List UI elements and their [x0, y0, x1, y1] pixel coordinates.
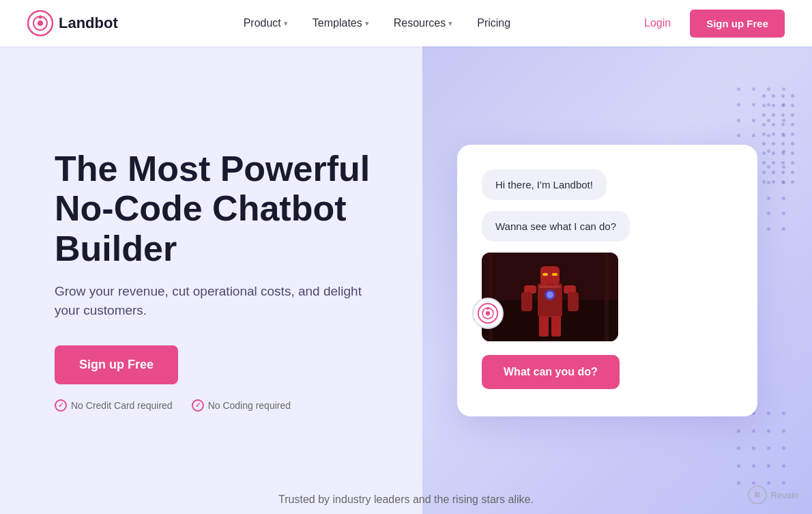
chat-bubble-2: Wanna see what I can do? [482, 211, 630, 242]
nav-product[interactable]: Product ▾ [233, 12, 299, 35]
svg-point-2 [38, 20, 43, 26]
nav-links: Product ▾ Templates ▾ Resources ▾ Pricin… [233, 12, 521, 35]
nav-signup-button[interactable]: Sign up Free [690, 10, 785, 38]
chevron-down-icon: ▾ [284, 19, 288, 28]
chat-card: Hi there, I'm Landbot! Wanna see what I … [457, 145, 757, 416]
nav-templates[interactable]: Templates ▾ [302, 12, 380, 35]
badge-no-coding: ✓ No Coding required [192, 399, 291, 412]
revain-text: Revain [771, 490, 798, 500]
logo-icon [27, 10, 53, 36]
chat-message-2: Wanna see what I can do? [482, 211, 733, 242]
svg-rect-12 [542, 273, 548, 276]
hero-subtitle: Grow your revenue, cut operational costs… [55, 282, 368, 321]
nav-resources[interactable]: Resources ▾ [383, 12, 463, 35]
revain-icon: R [748, 485, 767, 504]
hero-content: The Most Powerful No-Code Chatbot Builde… [0, 149, 409, 412]
svg-rect-16 [521, 292, 532, 311]
svg-rect-18 [568, 292, 579, 311]
dot-pattern-right-top: // dots rendered via inline loop below [762, 94, 794, 184]
badge-no-credit-card: ✓ No Credit Card required [55, 399, 173, 412]
chat-avatar [472, 298, 504, 329]
svg-point-24 [486, 311, 490, 315]
navbar: Landbot Product ▾ Templates ▾ Resources … [0, 0, 812, 46]
chat-avatar-wrapper: What can you do? [482, 352, 733, 389]
chat-bubble-1: Hi there, I'm Landbot! [482, 169, 607, 200]
svg-rect-11 [540, 266, 560, 285]
svg-rect-7 [605, 253, 609, 341]
dot-pattern-bottom [737, 412, 792, 494]
chat-image-container [482, 253, 733, 341]
nav-pricing[interactable]: Pricing [466, 12, 521, 35]
svg-point-3 [39, 16, 42, 19]
svg-rect-21 [539, 285, 561, 288]
svg-point-25 [487, 306, 489, 309]
logo-text: Landbot [59, 14, 118, 32]
svg-text:R: R [755, 491, 760, 499]
svg-rect-19 [539, 316, 549, 337]
chat-message-1: Hi there, I'm Landbot! [482, 169, 733, 200]
svg-rect-13 [552, 273, 557, 276]
hero-title: The Most Powerful No-Code Chatbot Builde… [55, 149, 409, 268]
check-icon: ✓ [192, 399, 204, 412]
hero-section: // Rendered inline below The Most Powerf… [0, 46, 812, 514]
nav-actions: Login Sign up Free [636, 10, 785, 38]
login-button[interactable]: Login [636, 12, 679, 35]
logo-link[interactable]: Landbot [27, 10, 118, 36]
hero-signup-button[interactable]: Sign up Free [55, 345, 178, 384]
chat-action-button[interactable]: What can you do? [482, 355, 620, 389]
svg-point-10 [547, 291, 553, 298]
chevron-down-icon: ▾ [448, 19, 452, 28]
svg-rect-20 [551, 316, 561, 337]
hero-badges: ✓ No Credit Card required ✓ No Coding re… [55, 399, 409, 412]
revain-badge: R Revain [748, 485, 798, 504]
chevron-down-icon: ▾ [365, 19, 369, 28]
check-icon: ✓ [55, 399, 67, 412]
trusted-text: Trusted by industry leaders and the risi… [0, 494, 812, 506]
